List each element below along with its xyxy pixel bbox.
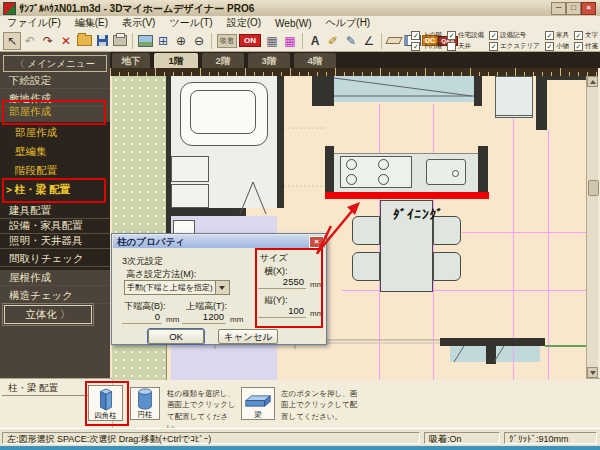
window-title: ｻﾝﾌﾟﾙﾊｳｽN01.m3d - 3Dマイホームデザイナー PRO6 xyxy=(19,2,254,16)
close-button[interactable]: × xyxy=(581,2,596,15)
undo-button[interactable]: ↶ xyxy=(21,32,39,50)
pencil-icon: ✎ xyxy=(346,34,356,48)
height-method-dropdown[interactable]: 手動(下端と上端を指定) xyxy=(124,280,230,295)
redo-icon: ↷ xyxy=(43,34,53,48)
checkbox-text[interactable]: ✓文字 xyxy=(574,31,598,40)
sidebar-subitem-pillar-beam[interactable]: ＞柱・梁 配置 xyxy=(0,181,110,198)
tab-floor-2[interactable]: 2階 xyxy=(202,53,244,68)
width-field[interactable]: 2550 xyxy=(258,276,306,289)
select-tool-button[interactable]: ↖ xyxy=(3,32,21,50)
tab-floor-4[interactable]: 4階 xyxy=(294,53,336,68)
dimension-button[interactable] xyxy=(385,32,403,50)
back-chevron-icon: 〈 xyxy=(15,58,25,69)
sidebar-item-lighting[interactable]: 照明・天井器具 xyxy=(0,232,110,249)
menu-help[interactable]: ヘルプ(H) xyxy=(319,16,378,30)
checkbox-ceiling[interactable]: 天井 xyxy=(447,42,484,51)
tab-floor-1[interactable]: 1階 xyxy=(154,53,198,68)
scroll-up-arrow[interactable] xyxy=(587,76,598,87)
beam-icon xyxy=(243,393,273,410)
tab-floor-3[interactable]: 3階 xyxy=(248,53,290,68)
pencil-tool-button[interactable]: ✎ xyxy=(342,32,360,50)
main-menu-header[interactable]: 〈 メインメニュー xyxy=(3,55,107,72)
layer-visibility-checkboxes: ✓上の階 ✓住宅設備 ✓設備記号 ✓家具 ✓文字 ✓下の階 天井 ✓エクステリア… xyxy=(411,31,598,51)
title-bar: ｻﾝﾌﾟﾙﾊｳｽN01.m3d - 3Dマイホームデザイナー PRO6 ─ □ … xyxy=(0,0,600,17)
checkbox-small-items[interactable]: ✓小物 xyxy=(545,42,569,51)
cancel-button[interactable]: キャンセル xyxy=(218,329,278,344)
menu-file[interactable]: ファイル(F) xyxy=(0,16,68,30)
tool-panel-tab[interactable]: 柱・梁 配置 xyxy=(8,382,58,395)
checkbox-equipment[interactable]: ✓住宅設備 xyxy=(447,31,484,40)
angle-tool-button[interactable]: ∠ xyxy=(360,32,378,50)
pillar-properties-dialog: 柱のプロパティ × 3次元設定 高さ設定方法(M): 手動(下端と上端を指定) … xyxy=(111,233,327,345)
menu-tools[interactable]: ツール(T) xyxy=(162,16,219,30)
checkbox-furniture[interactable]: ✓家具 xyxy=(545,31,569,40)
sidebar-subitem-stairs[interactable]: 階段配置 xyxy=(0,162,110,179)
ok-button[interactable]: OK xyxy=(148,329,204,344)
preview-button[interactable] xyxy=(136,32,154,50)
square-column-button[interactable]: 四角柱 xyxy=(88,385,123,421)
scroll-down-arrow[interactable] xyxy=(587,367,598,378)
minimize-button[interactable]: ─ xyxy=(551,2,566,15)
sidebar-item-layout-check[interactable]: 間取りチェック xyxy=(0,250,110,267)
grid-color-icon: ▦ xyxy=(284,34,295,48)
sidebar-item-roof[interactable]: 屋根作成 xyxy=(0,269,110,286)
menu-web[interactable]: Web(W) xyxy=(268,18,318,29)
sidebar-subitem-wall-edit[interactable]: 壁編集 xyxy=(0,143,110,160)
brush-icon: ✐ xyxy=(328,34,338,48)
beam-button[interactable]: 梁 xyxy=(241,387,275,420)
app-icon xyxy=(3,2,16,15)
print-button[interactable] xyxy=(111,32,129,50)
floor-tab-bar: 地下 1階 2階 3階 4階 xyxy=(110,52,600,68)
maximize-button[interactable]: □ xyxy=(566,2,581,15)
redo-button[interactable]: ↷ xyxy=(39,32,57,50)
zoom-in-button[interactable]: ⊕ xyxy=(172,32,190,50)
checkbox-exterior[interactable]: ✓エクステリア xyxy=(489,42,540,51)
unit-label: mm xyxy=(310,309,323,318)
save-button[interactable] xyxy=(93,32,111,50)
checkbox-icon: ✓ xyxy=(447,31,456,40)
vertical-scrollbar[interactable] xyxy=(586,76,598,378)
sidebar-item-sketch[interactable]: 下絵設定 xyxy=(0,72,110,89)
square-column-icon xyxy=(96,387,116,411)
tool-panel: 柱・梁 配置 四角柱 円柱 柱の種類を選択し、画面上でクリックして配置してくださ… xyxy=(0,378,600,429)
menu-edit[interactable]: 編集(E) xyxy=(68,16,115,30)
menu-settings[interactable]: 設定(O) xyxy=(220,16,268,30)
checkbox-icon xyxy=(447,42,456,51)
selected-chevron-icon: ＞ xyxy=(4,183,15,195)
depth-field[interactable]: 100 xyxy=(258,305,306,318)
zoom-out-button[interactable]: ⊖ xyxy=(190,32,208,50)
toolbar-separator xyxy=(211,33,212,49)
grid-color-button[interactable]: ▦ xyxy=(281,32,299,50)
horizontal-ruler xyxy=(110,68,598,76)
top-height-field[interactable]: 1200 xyxy=(182,311,226,324)
checkbox-upper-floor[interactable]: ✓上の階 xyxy=(411,31,442,40)
checkbox-equipment-symbols[interactable]: ✓設備記号 xyxy=(489,31,540,40)
brush-tool-button[interactable]: ✐ xyxy=(324,32,342,50)
forward-chevron-icon: 〉 xyxy=(60,308,71,320)
dialog-close-button[interactable]: × xyxy=(309,236,324,248)
sidebar-item-room-create[interactable]: 部屋作成 xyxy=(0,103,110,120)
make-3d-button[interactable]: 立体化 〉 xyxy=(4,305,92,324)
snap-on-toggle[interactable]: ON xyxy=(239,34,261,47)
delete-button[interactable]: ✕ xyxy=(57,32,75,50)
bottom-height-field[interactable]: 0 xyxy=(122,311,162,324)
grid-icon: ▦ xyxy=(266,34,277,48)
eraser-icon xyxy=(385,37,402,44)
sidebar-item-structure-check[interactable]: 構造チェック xyxy=(0,287,110,304)
text-tool-button[interactable]: A xyxy=(306,32,324,50)
sidebar-subitem-room-create[interactable]: 部屋作成 xyxy=(0,124,110,141)
scrollbar-thumb[interactable] xyxy=(588,180,599,196)
fit-view-button[interactable]: ⊞ xyxy=(154,32,172,50)
selected-beam[interactable] xyxy=(325,192,489,199)
folder-icon xyxy=(77,35,92,46)
grid-toggle-button[interactable]: ▦ xyxy=(263,32,281,50)
menu-view[interactable]: 表示(V) xyxy=(115,16,162,30)
open-button[interactable] xyxy=(75,32,93,50)
tab-basement[interactable]: 地下 xyxy=(112,53,150,68)
checkbox-sticky-notes[interactable]: ✓付箋 xyxy=(574,42,598,51)
undo-icon: ↶ xyxy=(25,34,35,48)
dropdown-arrow-icon[interactable] xyxy=(215,281,229,294)
cylinder-button[interactable]: 円柱 xyxy=(130,387,160,420)
unit-label: mm xyxy=(310,280,323,289)
checkbox-lower-floor[interactable]: ✓下の階 xyxy=(411,42,442,51)
